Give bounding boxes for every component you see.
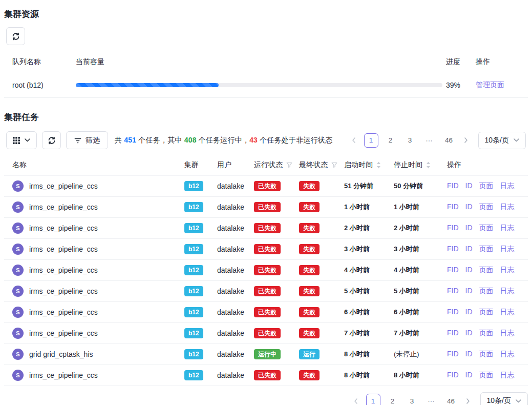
task-name: irms_ce_pipeline_ccs [29, 287, 98, 295]
col-progress: 进度 [446, 57, 476, 67]
action-link-日志[interactable]: 日志 [500, 266, 515, 275]
pagination-next-icon[interactable] [462, 394, 474, 405]
action-link-页面[interactable]: 页面 [479, 371, 494, 380]
start-time: 4 小时前 [344, 266, 394, 275]
run-status-badge: 已失败 [254, 202, 281, 212]
pagination-page-1[interactable]: 1 [364, 133, 378, 148]
stop-time: 7 小时前 [394, 329, 441, 338]
action-link-fid[interactable]: FID [447, 371, 459, 380]
action-link-id[interactable]: ID [465, 350, 473, 359]
action-link-日志[interactable]: 日志 [500, 371, 515, 380]
action-link-页面[interactable]: 页面 [479, 329, 494, 338]
pagination-top: 123⋯4610条/页 [348, 132, 526, 149]
filter-funnel-icon[interactable] [286, 162, 292, 168]
sorter-icon[interactable] [376, 161, 381, 169]
summary-segment: 共 [115, 136, 124, 144]
final-status-badge: 失败 [299, 307, 320, 317]
filter-funnel-icon[interactable] [331, 162, 337, 168]
queue-name: root (b12) [12, 81, 76, 89]
task-name: irms_ce_pipeline_ccs [29, 245, 98, 253]
action-link-日志[interactable]: 日志 [500, 202, 515, 212]
run-status-badge: 已失败 [254, 244, 281, 254]
action-link-fid[interactable]: FID [447, 266, 459, 275]
action-link-fid[interactable]: FID [447, 245, 459, 254]
action-link-id[interactable]: ID [465, 245, 473, 254]
capacity-progress-bar [76, 83, 442, 87]
action-link-页面[interactable]: 页面 [479, 266, 494, 275]
action-link-页面[interactable]: 页面 [479, 202, 494, 212]
task-name-cell: Sirms_ce_pipeline_ccs [12, 180, 184, 192]
action-link-页面[interactable]: 页面 [479, 224, 494, 233]
cluster-badge: b12 [184, 202, 203, 212]
final-status-badge: 失败 [299, 370, 320, 380]
tasks-table-body: Sirms_ce_pipeline_ccsb12datalake已失败失败51 … [4, 176, 528, 386]
final-status-badge: 运行 [299, 349, 320, 359]
pagination-page-46[interactable]: 46 [442, 133, 456, 148]
action-link-日志[interactable]: 日志 [500, 308, 515, 317]
row-actions: FIDID页面日志 [441, 181, 520, 191]
tasks-refresh-button[interactable] [42, 131, 61, 149]
action-link-fid[interactable]: FID [447, 202, 459, 212]
table-row: Sirms_ce_pipeline_ccsb12datalake已失败失败5 小… [4, 281, 528, 302]
task-count-blue: 451 [124, 136, 136, 144]
page-size-select[interactable]: 10条/页 [480, 392, 528, 405]
action-link-fid[interactable]: FID [447, 287, 459, 296]
action-link-id[interactable]: ID [465, 329, 473, 338]
avatar: S [12, 370, 24, 381]
col-user: 用户 [217, 160, 254, 170]
action-link-fid[interactable]: FID [447, 308, 459, 317]
col-name: 名称 [12, 160, 184, 170]
action-link-日志[interactable]: 日志 [500, 287, 515, 296]
task-name-cell: Sirms_ce_pipeline_ccs [12, 201, 184, 213]
page-size-select[interactable]: 10条/页 [478, 132, 526, 149]
final-status-badge: 失败 [299, 181, 320, 191]
pagination-page-3[interactable]: 3 [405, 394, 419, 405]
stop-time: 5 小时前 [394, 287, 441, 296]
action-link-页面[interactable]: 页面 [479, 245, 494, 254]
resources-table-header: 队列名称 当前容量 进度 操作 [4, 50, 528, 73]
action-link-日志[interactable]: 日志 [500, 245, 515, 254]
start-time: 51 分钟前 [344, 181, 394, 191]
sorter-icon[interactable] [426, 161, 431, 169]
table-row: Sirms_ce_pipeline_ccsb12datalake已失败失败4 小… [4, 260, 528, 281]
pagination-page-1[interactable]: 1 [366, 394, 380, 405]
avatar: S [12, 286, 24, 297]
pagination-prev-icon[interactable] [350, 394, 363, 405]
action-link-页面[interactable]: 页面 [479, 181, 494, 191]
action-link-id[interactable]: ID [465, 287, 473, 296]
pagination-page-3[interactable]: 3 [403, 133, 417, 148]
stop-time: 50 分钟前 [394, 181, 441, 191]
action-link-id[interactable]: ID [465, 371, 473, 380]
page: 集群资源 队列名称 当前容量 进度 操作 root (b12) 39% 管理页面 [0, 0, 532, 405]
action-link-fid[interactable]: FID [447, 181, 459, 191]
table-row: Sirms_ce_pipeline_ccsb12datalake已失败失败3 小… [4, 239, 528, 260]
pagination-page-46[interactable]: 46 [444, 394, 458, 405]
pagination-prev-icon[interactable] [348, 133, 360, 148]
action-link-id[interactable]: ID [465, 181, 473, 191]
action-link-id[interactable]: ID [465, 224, 473, 233]
action-link-页面[interactable]: 页面 [479, 308, 494, 317]
tasks-toolbar: 筛选 共 451 个任务，其中 408 个任务运行中，43 个任务处于非运行状态… [4, 131, 528, 149]
action-link-页面[interactable]: 页面 [479, 350, 494, 359]
action-link-id[interactable]: ID [465, 266, 473, 275]
action-link-日志[interactable]: 日志 [500, 329, 515, 338]
action-link-id[interactable]: ID [465, 202, 473, 212]
action-link-fid[interactable]: FID [447, 350, 459, 359]
filter-button[interactable]: 筛选 [66, 131, 108, 149]
pagination-next-icon[interactable] [460, 133, 472, 148]
action-link-id[interactable]: ID [465, 308, 473, 317]
action-link-日志[interactable]: 日志 [500, 224, 515, 233]
column-settings-button[interactable] [6, 131, 37, 149]
resources-refresh-button[interactable] [6, 27, 25, 45]
pagination-page-2[interactable]: 2 [384, 133, 398, 148]
table-row: Sirms_ce_pipeline_ccsb12datalake已失败失败1 小… [4, 197, 528, 218]
action-link-日志[interactable]: 日志 [500, 350, 515, 359]
manage-page-link[interactable]: 管理页面 [476, 80, 520, 90]
action-link-fid[interactable]: FID [447, 329, 459, 338]
action-link-日志[interactable]: 日志 [500, 181, 515, 191]
run-status-badge: 已失败 [254, 328, 281, 338]
action-link-fid[interactable]: FID [447, 224, 459, 233]
action-link-页面[interactable]: 页面 [479, 287, 494, 296]
pagination-page-2[interactable]: 2 [386, 394, 400, 405]
col-stop-time: 停止时间 [394, 160, 441, 170]
